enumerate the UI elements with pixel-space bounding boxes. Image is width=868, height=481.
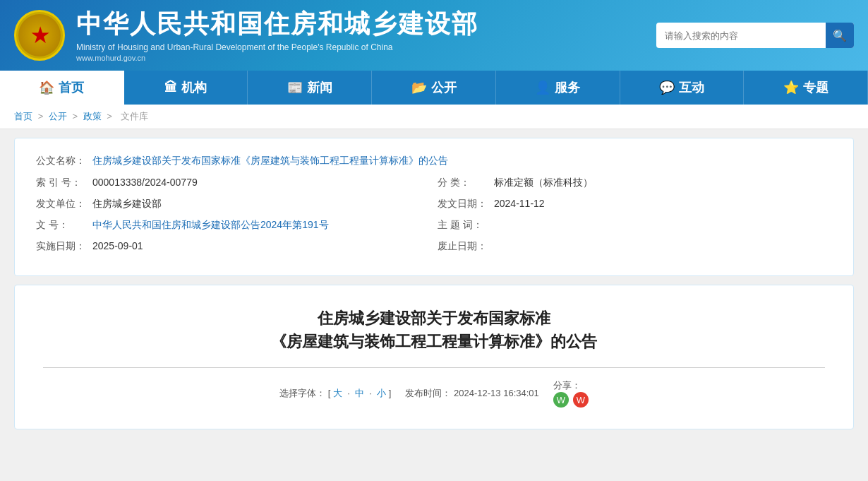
header-title-en: Ministry of Housing and Urban-Rural Deve… [76,42,478,52]
special-icon: ⭐ [783,80,799,95]
issue-date-label: 发文日期： [438,198,494,210]
doc-num-value: 中华人民共和国住房和城乡建设部公告2024年第191号 [92,219,329,232]
header-left: ★ 中华人民共和国住房和城乡建设部 Ministry of Housing an… [14,8,478,61]
nav-label-news: 新闻 [307,79,332,96]
service-icon: 👤 [535,80,550,95]
article-title-line2: 《房屋建筑与装饰工程工程量计算标准》的公告 [43,330,825,353]
meta-col-subject: 主 题 词： [438,219,832,232]
meta-col-issue-date: 发文日期： 2024-11-12 [438,198,832,210]
font-medium-button[interactable]: 中 [355,388,364,398]
meta-row-title: 公文名称： 住房城乡建设部关于发布国家标准《房屋建筑与装饰工程工程量计算标准》的… [36,153,832,168]
doc-title-label: 公文名称： [36,153,92,168]
nav-label-home: 首页 [59,79,84,96]
nav-item-special[interactable]: ⭐ 专题 [744,71,868,105]
meta-col-impl-date: 实施日期： 2025-09-01 [36,240,430,253]
header-title-area: 中华人民共和国住房和城乡建设部 Ministry of Housing and … [76,8,478,61]
breadcrumb: 首页 > 公开 > 政策 > 文件库 [0,105,868,129]
nav-item-open[interactable]: 📂 公开 [372,71,496,105]
category-label: 分 类： [438,177,494,189]
category-value: 标准定额（标准科技） [494,177,593,189]
nav-label-interaction: 互动 [679,79,704,96]
nav-item-home[interactable]: 🏠 首页 [0,71,124,105]
doc-title-value: 住房城乡建设部关于发布国家标准《房屋建筑与装饰工程工程量计算标准》的公告 [92,153,448,168]
article-meta-bar: 选择字体： [ 大 · 中 · 小 ] 发布时间： 2024-12-13 16:… [43,379,825,408]
search-button[interactable]: 🔍 [826,23,854,48]
breadcrumb-open[interactable]: 公开 [49,111,67,121]
main-nav: 🏠 首页 🏛 机构 📰 新闻 📂 公开 👤 服务 💬 互动 ⭐ 专题 [0,71,868,105]
article-divider [43,367,825,368]
nav-label-special: 专题 [803,79,828,96]
impl-date-label: 实施日期： [36,240,92,253]
meta-row-docnum-subject: 文 号： 中华人民共和国住房和城乡建设部公告2024年第191号 主 题 词： [36,219,832,232]
meta-col-issuer: 发文单位： 住房城乡建设部 [36,198,430,210]
search-input[interactable] [656,30,826,41]
interaction-icon: 💬 [659,80,675,95]
wechat-share-button[interactable]: W [553,392,569,408]
impl-date-value: 2025-09-01 [92,240,143,253]
share-area: 分享： W W [553,379,589,408]
nav-item-interaction[interactable]: 💬 互动 [620,71,745,105]
institution-icon: 🏛 [164,81,177,95]
breadcrumb-sep1: > [38,111,46,121]
meta-col-docnum: 文 号： 中华人民共和国住房和城乡建设部公告2024年第191号 [36,219,430,232]
subject-label: 主 题 词： [438,219,494,232]
document-meta-box: 公文名称： 住房城乡建设部关于发布国家标准《房屋建筑与装饰工程工程量计算标准》的… [14,138,854,276]
font-size-controls: [ 大 · 中 · 小 ] [328,388,392,398]
issuer-value: 住房城乡建设部 [92,198,162,210]
open-icon: 📂 [411,80,427,95]
meta-row-issuer-date: 发文单位： 住房城乡建设部 发文日期： 2024-11-12 [36,198,832,210]
search-box: 🔍 [656,23,854,48]
news-icon: 📰 [287,80,303,95]
article-title: 住房城乡建设部关于发布国家标准 《房屋建筑与装饰工程工程量计算标准》的公告 [43,307,825,353]
meta-col-index: 索 引 号： 000013338/2024-00779 [36,177,430,189]
breadcrumb-policy[interactable]: 政策 [83,111,102,121]
breadcrumb-sep3: > [107,111,114,121]
publish-time-value: 2024-12-13 16:34:01 [454,388,539,398]
home-icon: 🏠 [39,80,54,95]
emblem-inner: ★ [18,14,61,57]
expire-date-label: 废止日期： [438,240,494,253]
breadcrumb-home[interactable]: 首页 [14,111,32,121]
breadcrumb-sep2: > [72,111,80,121]
issuer-label: 发文单位： [36,198,92,210]
index-value: 000013338/2024-00779 [92,177,198,189]
font-small-button[interactable]: 小 [377,388,386,398]
weibo-share-button[interactable]: W [573,392,589,408]
nav-item-service[interactable]: 👤 服务 [496,71,620,105]
nav-item-institution[interactable]: 🏛 机构 [124,71,248,105]
breadcrumb-current: 文件库 [121,111,148,121]
meta-row-index-category: 索 引 号： 000013338/2024-00779 分 类： 标准定额（标准… [36,177,832,189]
nav-item-news[interactable]: 📰 新闻 [248,71,372,105]
nav-label-open: 公开 [431,79,457,96]
issue-date-value: 2024-11-12 [494,198,545,210]
nav-label-service: 服务 [555,79,580,96]
publish-time-area: 发布时间： 2024-12-13 16:34:01 [405,387,538,400]
font-large-button[interactable]: 大 [333,388,342,398]
ministry-emblem: ★ [14,10,65,61]
meta-col-expire-date: 废止日期： [438,240,832,253]
doc-num-label: 文 号： [36,219,92,232]
article-title-line1: 住房城乡建设部关于发布国家标准 [43,307,825,330]
header-title-cn: 中华人民共和国住房和城乡建设部 [76,8,478,39]
article-box: 住房城乡建设部关于发布国家标准 《房屋建筑与装饰工程工程量计算标准》的公告 选择… [14,285,854,429]
index-label: 索 引 号： [36,177,92,189]
nav-label-institution: 机构 [181,79,207,96]
share-icons: W W [553,392,589,408]
meta-row-dates: 实施日期： 2025-09-01 废止日期： [36,240,832,253]
main-content: 公文名称： 住房城乡建设部关于发布国家标准《房屋建筑与装饰工程工程量计算标准》的… [0,129,868,438]
page-header: ★ 中华人民共和国住房和城乡建设部 Ministry of Housing an… [0,0,868,71]
meta-col-category: 分 类： 标准定额（标准科技） [438,177,832,189]
header-url: www.mohurd.gov.cn [76,54,478,62]
font-size-label: 选择字体： [ 大 · 中 · 小 ] [279,387,391,400]
